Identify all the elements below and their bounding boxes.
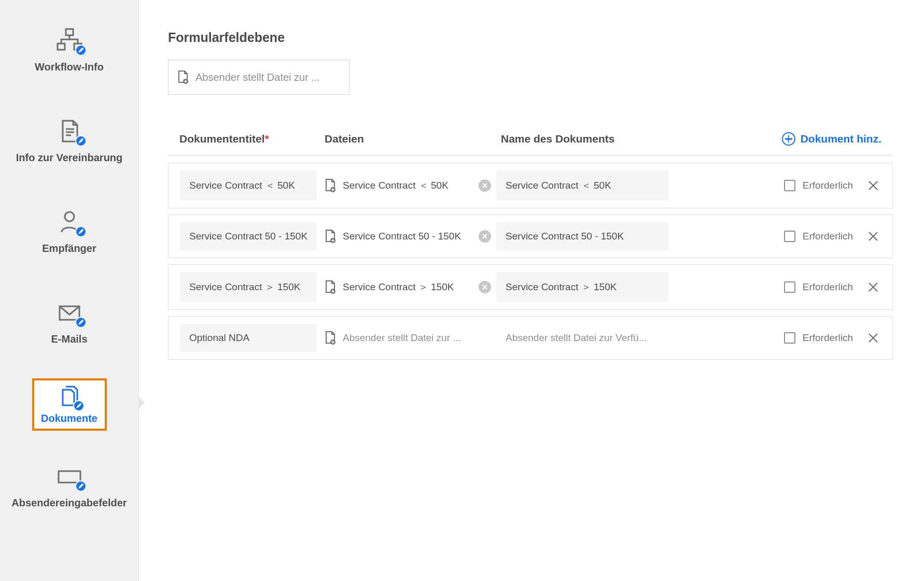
- workflow-icon: [55, 28, 83, 53]
- file-add-icon: [324, 331, 337, 345]
- edit-badge-icon: [75, 317, 87, 328]
- section-title: Formularfeldebene: [168, 30, 893, 45]
- required-label: Erforderlich: [803, 180, 853, 191]
- document-file-label: Absender stellt Datei zur ...: [343, 332, 461, 344]
- document-file-cell[interactable]: Service Contract 50 - 150K: [324, 229, 496, 244]
- form-field-layer-input[interactable]: Absender stellt Datei zur ...: [168, 60, 349, 95]
- required-checkbox-group: Erforderlich: [784, 281, 853, 293]
- document-name-input[interactable]: Service Contract ＞ 150K: [496, 272, 668, 302]
- remove-file-button[interactable]: [479, 179, 491, 192]
- edit-badge-icon: [75, 480, 87, 492]
- sidebar-item-workflow-info[interactable]: Workflow-Info: [12, 16, 127, 86]
- svg-rect-5: [59, 471, 80, 483]
- documents-table-body: Service Contract ＜ 50K Service Contract …: [168, 163, 893, 360]
- add-document-label: Dokument hinz.: [801, 133, 881, 145]
- document-file-label: Service Contract ＜ 50K: [343, 179, 449, 192]
- document-name-input[interactable]: Service Contract ＜ 50K: [496, 171, 668, 201]
- delete-row-button[interactable]: [865, 229, 881, 244]
- sidebar-item-label: E-Mails: [51, 333, 87, 345]
- remove-file-button[interactable]: [479, 281, 491, 293]
- form-field-layer-placeholder: Absender stellt Datei zur ...: [195, 72, 320, 83]
- column-header-name: Name des Dokuments: [501, 133, 782, 145]
- document-file-cell[interactable]: Service Contract ＞ 150K: [324, 280, 496, 294]
- add-document-button[interactable]: Dokument hinz.: [782, 132, 881, 146]
- document-file-cell[interactable]: Absender stellt Datei zur ...: [324, 331, 496, 345]
- file-add-icon: [177, 70, 189, 84]
- plus-circle-icon: [782, 132, 795, 146]
- emails-icon: [55, 300, 83, 325]
- required-checkbox[interactable]: [784, 332, 795, 344]
- sidebar-item-documents[interactable]: Dokumente: [32, 378, 107, 431]
- sidebar-item-recipients[interactable]: Empfänger: [12, 197, 127, 267]
- svg-rect-1: [58, 44, 65, 50]
- required-star-icon: *: [265, 133, 269, 145]
- sidebar: Workflow-Info Info zur Vereinbarung Emp: [0, 0, 139, 581]
- edit-badge-icon: [73, 400, 85, 412]
- sidebar-item-label: Dokumente: [41, 413, 97, 424]
- svg-rect-0: [66, 29, 73, 35]
- file-add-icon: [324, 229, 337, 244]
- edit-badge-icon: [75, 45, 87, 56]
- required-checkbox[interactable]: [784, 231, 795, 242]
- sidebar-item-sender-fields[interactable]: Absendereingabefelder: [12, 451, 127, 521]
- recipients-icon: [55, 209, 83, 234]
- document-title-input[interactable]: Service Contract ＞ 150K: [180, 272, 317, 302]
- active-tab-indicator: [138, 396, 145, 409]
- delete-row-button[interactable]: [865, 330, 881, 346]
- document-row: Service Contract 50 - 150K Service Contr…: [168, 215, 893, 258]
- required-label: Erforderlich: [803, 231, 853, 242]
- document-title-input[interactable]: Optional NDA: [180, 324, 317, 352]
- remove-file-button[interactable]: [479, 230, 491, 243]
- document-row: Service Contract ＞ 150K Service Contract…: [168, 264, 893, 310]
- required-checkbox[interactable]: [784, 180, 795, 191]
- required-label: Erforderlich: [803, 281, 853, 293]
- svg-point-3: [65, 212, 74, 221]
- sidebar-item-label: Empfänger: [42, 243, 96, 254]
- sidebar-item-agreement-info[interactable]: Info zur Vereinbarung: [12, 106, 127, 176]
- required-checkbox-group: Erforderlich: [784, 180, 853, 191]
- document-file-cell[interactable]: Service Contract ＜ 50K: [324, 178, 496, 193]
- sidebar-item-label: Absendereingabefelder: [11, 497, 127, 509]
- edit-badge-icon: [75, 226, 87, 237]
- document-info-icon: [55, 119, 83, 144]
- main-panel: Formularfeldebene Absender stellt Datei …: [139, 0, 924, 581]
- file-add-icon: [324, 280, 337, 294]
- column-header-title: Dokumententitel*: [179, 133, 325, 145]
- document-file-label: Service Contract 50 - 150K: [343, 231, 461, 242]
- document-title-input[interactable]: Service Contract 50 - 150K: [180, 222, 317, 250]
- sidebar-item-label: Workflow-Info: [35, 61, 104, 73]
- required-checkbox[interactable]: [784, 281, 795, 293]
- edit-badge-icon: [75, 135, 87, 147]
- document-name-input[interactable]: Absender stellt Datei zur Verfü...: [496, 324, 668, 352]
- document-title-input[interactable]: Service Contract ＜ 50K: [180, 171, 317, 201]
- sidebar-item-label: Info zur Vereinbarung: [16, 152, 123, 164]
- column-header-files: Dateien: [325, 133, 501, 145]
- document-row: Optional NDA Absender stellt Datei zur .…: [168, 316, 893, 360]
- documents-table-header: Dokumententitel* Dateien Name des Dokume…: [168, 132, 893, 155]
- document-name-input[interactable]: Service Contract 50 - 150K: [496, 222, 668, 250]
- required-checkbox-group: Erforderlich: [784, 332, 853, 344]
- sidebar-item-emails[interactable]: E-Mails: [12, 288, 127, 358]
- delete-row-button[interactable]: [865, 279, 881, 295]
- required-checkbox-group: Erforderlich: [784, 231, 853, 242]
- document-row: Service Contract ＜ 50K Service Contract …: [168, 163, 893, 208]
- file-add-icon: [324, 178, 337, 193]
- sender-fields-icon: [55, 464, 83, 489]
- documents-icon: [58, 386, 81, 408]
- delete-row-button[interactable]: [865, 178, 881, 193]
- required-label: Erforderlich: [803, 332, 853, 344]
- document-file-label: Service Contract ＞ 150K: [343, 280, 454, 294]
